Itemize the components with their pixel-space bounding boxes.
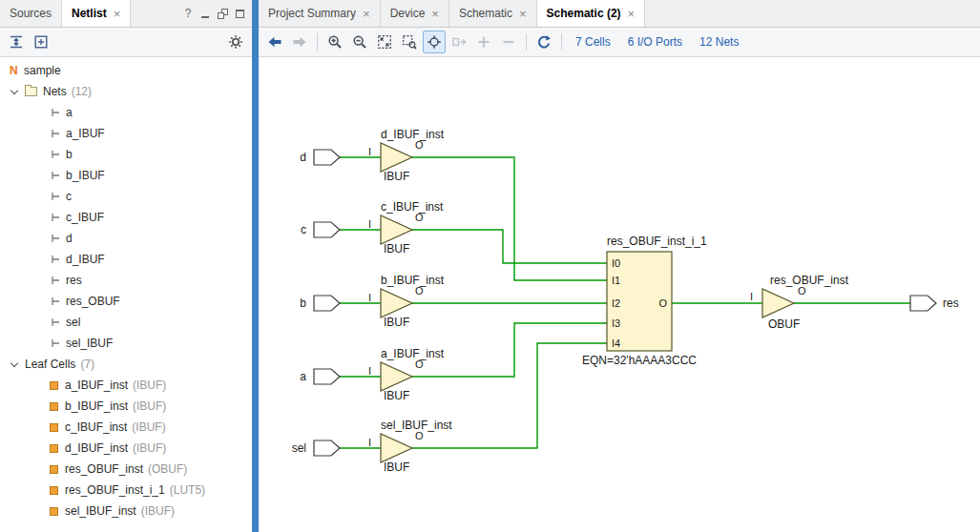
tree-item-sample[interactable]: N sample [0, 60, 252, 81]
chevron-down-icon[interactable] [10, 86, 18, 93]
tree-item-cell-b-ibuf-inst[interactable]: b_IBUF_inst (IBUF) [0, 396, 252, 417]
tree-item-cell-sel-ibuf-inst[interactable]: sel_IBUF_inst (IBUF) [0, 501, 252, 522]
float-icon[interactable] [214, 0, 231, 27]
tree-item-label: a_IBUF_inst [65, 379, 128, 392]
tab-netlist[interactable]: Netlist × [62, 0, 131, 27]
tab-close-icon[interactable]: × [363, 8, 370, 20]
tab-schematic-2[interactable]: Schematic (2) × [537, 0, 646, 27]
zoom-selection-button[interactable] [398, 31, 421, 53]
expand-all-button[interactable] [30, 31, 52, 53]
back-button[interactable] [263, 31, 286, 53]
ibuf-c-ibuf-inst[interactable]: c_IBUF_inst I O IBUF [368, 200, 444, 256]
tabbar-spacer [131, 0, 179, 27]
pin-label-o: O [415, 285, 424, 297]
zoom-in-button[interactable] [323, 31, 346, 53]
tab-close-icon[interactable]: × [431, 8, 439, 20]
nets-count-link[interactable]: 12 Nets [699, 35, 739, 49]
collapse-all-button[interactable] [5, 31, 28, 53]
ibuf-d-ibuf-inst[interactable]: d_IBUF_inst I O IBUF [368, 128, 445, 183]
zoom-out-button[interactable] [348, 31, 371, 53]
schematic-canvas[interactable]: d c b a sel [259, 57, 980, 532]
help-icon[interactable]: ? [179, 0, 197, 27]
ibuf-sel-ibuf-inst[interactable]: sel_IBUF_inst I O IBUF [368, 419, 452, 474]
tree-item-net-res[interactable]: res [0, 270, 252, 291]
settings-button[interactable] [224, 31, 247, 53]
lut5-res-obuf-inst-i-1[interactable]: res_OBUF_inst_i_1 I0 I1 I2 I3 I4 O EQN=3… [582, 235, 707, 367]
port-label: res [943, 297, 959, 310]
add-button[interactable] [472, 31, 495, 53]
minimize-icon[interactable] [197, 0, 214, 27]
netlist-toolbar [0, 28, 252, 57]
ibuf-a-ibuf-inst[interactable]: a_IBUF_inst I O IBUF [368, 347, 445, 402]
pin-label-i1: I1 [612, 275, 620, 286]
tree-folder-leaf-cells[interactable]: Leaf Cells (7) [0, 354, 252, 375]
tab-schematic[interactable]: Schematic × [449, 0, 537, 27]
netlist-tabbar: Sources Netlist × ? [0, 0, 252, 28]
tree-item-cell-d-ibuf-inst[interactable]: d_IBUF_inst (IBUF) [0, 438, 252, 459]
tree-item-net-d-ibuf[interactable]: d_IBUF [0, 249, 252, 270]
autofit-selection-button[interactable] [423, 31, 446, 53]
cell-type-label: IBUF [384, 170, 409, 183]
io-ports-count-link[interactable]: 6 I/O Ports [628, 35, 682, 49]
tab-sources[interactable]: Sources [0, 0, 62, 27]
input-port-c[interactable]: c [301, 222, 340, 237]
net-d-ibuf[interactable] [412, 157, 607, 280]
tab-close-icon[interactable]: × [114, 8, 121, 20]
tab-close-icon[interactable]: × [628, 8, 636, 20]
tree-item-net-c-ibuf[interactable]: c_IBUF [0, 207, 252, 228]
regenerate-button[interactable] [532, 31, 555, 53]
cells-count-link[interactable]: 7 Cells [575, 35, 611, 49]
input-port-d[interactable]: d [300, 150, 340, 165]
refresh-icon [536, 34, 552, 50]
tree-item-net-sel[interactable]: sel [0, 312, 252, 333]
obuf-res-obuf-inst[interactable]: res_OBUF_inst I O OBUF [750, 274, 849, 331]
output-port-res[interactable]: res [910, 296, 959, 311]
tree-item-net-a-ibuf[interactable]: a_IBUF [0, 123, 252, 144]
forward-button[interactable] [288, 31, 311, 53]
collapse-all-icon [9, 34, 24, 50]
cell-type-label: IBUF [384, 389, 409, 402]
maximize-icon[interactable] [231, 0, 248, 27]
tree-item-label: b_IBUF [66, 169, 105, 182]
zoom-fit-icon [377, 34, 392, 50]
remove-button[interactable] [497, 31, 520, 53]
cell-type-label: IBUF [384, 316, 409, 329]
port-label: b [300, 297, 306, 310]
tab-project-summary[interactable]: Project Summary × [259, 0, 381, 27]
tree-item-cell-a-ibuf-inst[interactable]: a_IBUF_inst (IBUF) [0, 375, 252, 396]
input-port-sel[interactable]: sel [292, 440, 340, 456]
tree-item-net-a[interactable]: a [0, 102, 252, 123]
net-c-ibuf[interactable] [412, 230, 607, 263]
tree-item-cell-res-obuf-inst[interactable]: res_OBUF_inst (OBUF) [0, 459, 252, 480]
expand-cone-button[interactable] [448, 31, 470, 53]
input-port-a[interactable]: a [300, 369, 340, 384]
chevron-down-icon[interactable] [10, 358, 18, 366]
input-port-b[interactable]: b [300, 296, 340, 311]
buffer-triangle [762, 289, 794, 317]
tree-item-net-sel-ibuf[interactable]: sel_IBUF [0, 333, 252, 354]
tree-item-label: res [66, 274, 82, 287]
ibuf-b-ibuf-inst[interactable]: b_IBUF_inst I O IBUF [368, 274, 445, 329]
tree-item-label: c_IBUF_inst [65, 420, 127, 434]
vivado-window: Sources Netlist × ? [0, 0, 980, 532]
tree-item-net-res-obuf[interactable]: res_OBUF [0, 291, 252, 312]
cell-type: (IBUF) [133, 399, 166, 413]
zoom-in-icon [327, 34, 343, 50]
tree-item-cell-res-obuf-inst-i-1[interactable]: res_OBUF_inst_i_1 (LUT5) [0, 480, 252, 501]
tree-item-cell-c-ibuf-inst[interactable]: c_IBUF_inst (IBUF) [0, 417, 252, 438]
tree-item-net-b-ibuf[interactable]: b_IBUF [0, 165, 252, 186]
tab-close-icon[interactable]: × [519, 8, 527, 20]
tab-device[interactable]: Device × [381, 0, 449, 27]
cell-type: (IBUF) [141, 504, 175, 518]
tree-item-label: sel_IBUF_inst [65, 504, 136, 518]
tree-folder-nets[interactable]: Nets (12) [0, 81, 252, 102]
pin-label-i: I [368, 146, 371, 157]
zoom-fit-button[interactable] [373, 31, 396, 53]
tree-item-net-d[interactable]: d [0, 228, 252, 249]
tree-item-net-b[interactable]: b [0, 144, 252, 165]
folder-icon [25, 87, 37, 96]
net-icon [50, 275, 61, 286]
tree-item-label: res_OBUF_inst [65, 462, 143, 476]
panel-splitter[interactable] [252, 0, 259, 532]
tree-item-net-c[interactable]: c [0, 186, 252, 207]
